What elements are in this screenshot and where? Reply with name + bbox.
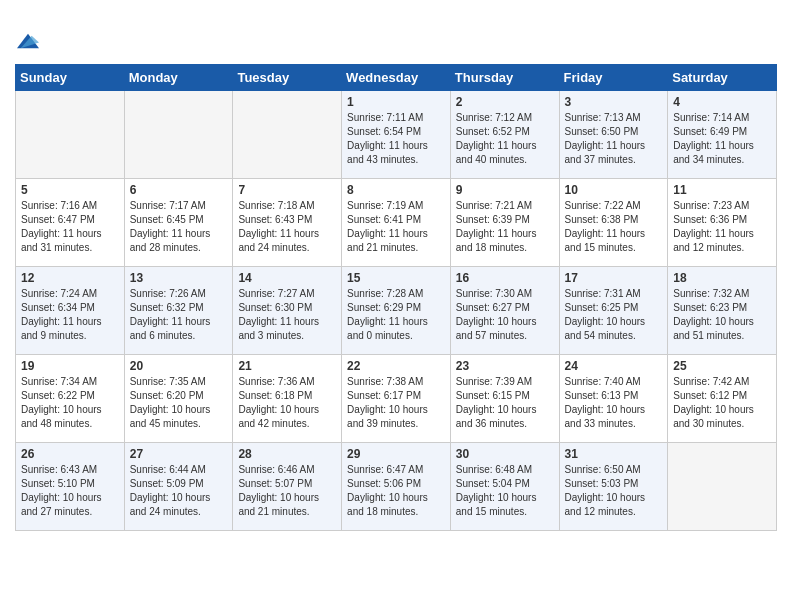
- day-info: Sunrise: 6:48 AM Sunset: 5:04 PM Dayligh…: [456, 463, 554, 519]
- calendar-cell: 18Sunrise: 7:32 AM Sunset: 6:23 PM Dayli…: [668, 266, 777, 354]
- calendar-cell: 28Sunrise: 6:46 AM Sunset: 5:07 PM Dayli…: [233, 442, 342, 530]
- day-number: 9: [456, 183, 554, 197]
- day-number: 21: [238, 359, 336, 373]
- day-number: 24: [565, 359, 663, 373]
- weekday-header-thursday: Thursday: [450, 64, 559, 90]
- day-info: Sunrise: 7:13 AM Sunset: 6:50 PM Dayligh…: [565, 111, 663, 167]
- calendar-cell: 25Sunrise: 7:42 AM Sunset: 6:12 PM Dayli…: [668, 354, 777, 442]
- day-info: Sunrise: 7:32 AM Sunset: 6:23 PM Dayligh…: [673, 287, 771, 343]
- calendar: SundayMondayTuesdayWednesdayThursdayFrid…: [15, 64, 777, 531]
- day-info: Sunrise: 7:22 AM Sunset: 6:38 PM Dayligh…: [565, 199, 663, 255]
- week-row-1: 1Sunrise: 7:11 AM Sunset: 6:54 PM Daylig…: [16, 90, 777, 178]
- day-info: Sunrise: 7:11 AM Sunset: 6:54 PM Dayligh…: [347, 111, 445, 167]
- page: SundayMondayTuesdayWednesdayThursdayFrid…: [0, 0, 792, 612]
- day-number: 27: [130, 447, 228, 461]
- day-info: Sunrise: 7:18 AM Sunset: 6:43 PM Dayligh…: [238, 199, 336, 255]
- day-number: 14: [238, 271, 336, 285]
- day-number: 6: [130, 183, 228, 197]
- day-info: Sunrise: 6:44 AM Sunset: 5:09 PM Dayligh…: [130, 463, 228, 519]
- day-number: 25: [673, 359, 771, 373]
- calendar-cell: 23Sunrise: 7:39 AM Sunset: 6:15 PM Dayli…: [450, 354, 559, 442]
- day-number: 11: [673, 183, 771, 197]
- calendar-cell: 17Sunrise: 7:31 AM Sunset: 6:25 PM Dayli…: [559, 266, 668, 354]
- calendar-cell: 20Sunrise: 7:35 AM Sunset: 6:20 PM Dayli…: [124, 354, 233, 442]
- day-info: Sunrise: 7:38 AM Sunset: 6:17 PM Dayligh…: [347, 375, 445, 431]
- day-info: Sunrise: 7:26 AM Sunset: 6:32 PM Dayligh…: [130, 287, 228, 343]
- day-info: Sunrise: 7:17 AM Sunset: 6:45 PM Dayligh…: [130, 199, 228, 255]
- calendar-cell: 10Sunrise: 7:22 AM Sunset: 6:38 PM Dayli…: [559, 178, 668, 266]
- calendar-cell: 19Sunrise: 7:34 AM Sunset: 6:22 PM Dayli…: [16, 354, 125, 442]
- day-number: 28: [238, 447, 336, 461]
- day-info: Sunrise: 7:21 AM Sunset: 6:39 PM Dayligh…: [456, 199, 554, 255]
- calendar-cell: 24Sunrise: 7:40 AM Sunset: 6:13 PM Dayli…: [559, 354, 668, 442]
- calendar-cell: 5Sunrise: 7:16 AM Sunset: 6:47 PM Daylig…: [16, 178, 125, 266]
- day-info: Sunrise: 7:28 AM Sunset: 6:29 PM Dayligh…: [347, 287, 445, 343]
- day-info: Sunrise: 7:40 AM Sunset: 6:13 PM Dayligh…: [565, 375, 663, 431]
- day-number: 7: [238, 183, 336, 197]
- day-number: 17: [565, 271, 663, 285]
- calendar-cell: 31Sunrise: 6:50 AM Sunset: 5:03 PM Dayli…: [559, 442, 668, 530]
- calendar-cell: 29Sunrise: 6:47 AM Sunset: 5:06 PM Dayli…: [342, 442, 451, 530]
- calendar-cell: 14Sunrise: 7:27 AM Sunset: 6:30 PM Dayli…: [233, 266, 342, 354]
- day-info: Sunrise: 7:36 AM Sunset: 6:18 PM Dayligh…: [238, 375, 336, 431]
- calendar-cell: 12Sunrise: 7:24 AM Sunset: 6:34 PM Dayli…: [16, 266, 125, 354]
- calendar-cell: 11Sunrise: 7:23 AM Sunset: 6:36 PM Dayli…: [668, 178, 777, 266]
- day-info: Sunrise: 7:27 AM Sunset: 6:30 PM Dayligh…: [238, 287, 336, 343]
- calendar-cell: 30Sunrise: 6:48 AM Sunset: 5:04 PM Dayli…: [450, 442, 559, 530]
- day-number: 22: [347, 359, 445, 373]
- calendar-cell: [16, 90, 125, 178]
- day-number: 15: [347, 271, 445, 285]
- logo-icon: [17, 30, 39, 52]
- calendar-cell: 3Sunrise: 7:13 AM Sunset: 6:50 PM Daylig…: [559, 90, 668, 178]
- weekday-header-wednesday: Wednesday: [342, 64, 451, 90]
- day-info: Sunrise: 6:46 AM Sunset: 5:07 PM Dayligh…: [238, 463, 336, 519]
- day-info: Sunrise: 6:47 AM Sunset: 5:06 PM Dayligh…: [347, 463, 445, 519]
- day-info: Sunrise: 7:12 AM Sunset: 6:52 PM Dayligh…: [456, 111, 554, 167]
- calendar-cell: 7Sunrise: 7:18 AM Sunset: 6:43 PM Daylig…: [233, 178, 342, 266]
- calendar-cell: 22Sunrise: 7:38 AM Sunset: 6:17 PM Dayli…: [342, 354, 451, 442]
- calendar-cell: 21Sunrise: 7:36 AM Sunset: 6:18 PM Dayli…: [233, 354, 342, 442]
- day-number: 20: [130, 359, 228, 373]
- weekday-header-monday: Monday: [124, 64, 233, 90]
- day-number: 23: [456, 359, 554, 373]
- calendar-cell: 2Sunrise: 7:12 AM Sunset: 6:52 PM Daylig…: [450, 90, 559, 178]
- weekday-header-friday: Friday: [559, 64, 668, 90]
- day-number: 3: [565, 95, 663, 109]
- day-number: 10: [565, 183, 663, 197]
- day-number: 5: [21, 183, 119, 197]
- calendar-cell: [668, 442, 777, 530]
- day-number: 30: [456, 447, 554, 461]
- day-number: 8: [347, 183, 445, 197]
- day-info: Sunrise: 7:34 AM Sunset: 6:22 PM Dayligh…: [21, 375, 119, 431]
- day-info: Sunrise: 7:24 AM Sunset: 6:34 PM Dayligh…: [21, 287, 119, 343]
- day-number: 18: [673, 271, 771, 285]
- day-info: Sunrise: 7:31 AM Sunset: 6:25 PM Dayligh…: [565, 287, 663, 343]
- day-number: 19: [21, 359, 119, 373]
- day-number: 13: [130, 271, 228, 285]
- day-info: Sunrise: 7:35 AM Sunset: 6:20 PM Dayligh…: [130, 375, 228, 431]
- week-row-2: 5Sunrise: 7:16 AM Sunset: 6:47 PM Daylig…: [16, 178, 777, 266]
- calendar-cell: 27Sunrise: 6:44 AM Sunset: 5:09 PM Dayli…: [124, 442, 233, 530]
- weekday-header-saturday: Saturday: [668, 64, 777, 90]
- day-info: Sunrise: 7:39 AM Sunset: 6:15 PM Dayligh…: [456, 375, 554, 431]
- day-info: Sunrise: 6:50 AM Sunset: 5:03 PM Dayligh…: [565, 463, 663, 519]
- day-number: 12: [21, 271, 119, 285]
- day-info: Sunrise: 7:23 AM Sunset: 6:36 PM Dayligh…: [673, 199, 771, 255]
- weekday-header-sunday: Sunday: [16, 64, 125, 90]
- logo: [15, 10, 39, 56]
- calendar-cell: [124, 90, 233, 178]
- calendar-cell: 16Sunrise: 7:30 AM Sunset: 6:27 PM Dayli…: [450, 266, 559, 354]
- day-info: Sunrise: 6:43 AM Sunset: 5:10 PM Dayligh…: [21, 463, 119, 519]
- calendar-cell: 26Sunrise: 6:43 AM Sunset: 5:10 PM Dayli…: [16, 442, 125, 530]
- day-number: 29: [347, 447, 445, 461]
- calendar-cell: 8Sunrise: 7:19 AM Sunset: 6:41 PM Daylig…: [342, 178, 451, 266]
- day-info: Sunrise: 7:19 AM Sunset: 6:41 PM Dayligh…: [347, 199, 445, 255]
- calendar-cell: 15Sunrise: 7:28 AM Sunset: 6:29 PM Dayli…: [342, 266, 451, 354]
- day-number: 16: [456, 271, 554, 285]
- day-number: 1: [347, 95, 445, 109]
- day-info: Sunrise: 7:14 AM Sunset: 6:49 PM Dayligh…: [673, 111, 771, 167]
- weekday-header-row: SundayMondayTuesdayWednesdayThursdayFrid…: [16, 64, 777, 90]
- header: [15, 10, 777, 56]
- calendar-cell: 13Sunrise: 7:26 AM Sunset: 6:32 PM Dayli…: [124, 266, 233, 354]
- day-number: 4: [673, 95, 771, 109]
